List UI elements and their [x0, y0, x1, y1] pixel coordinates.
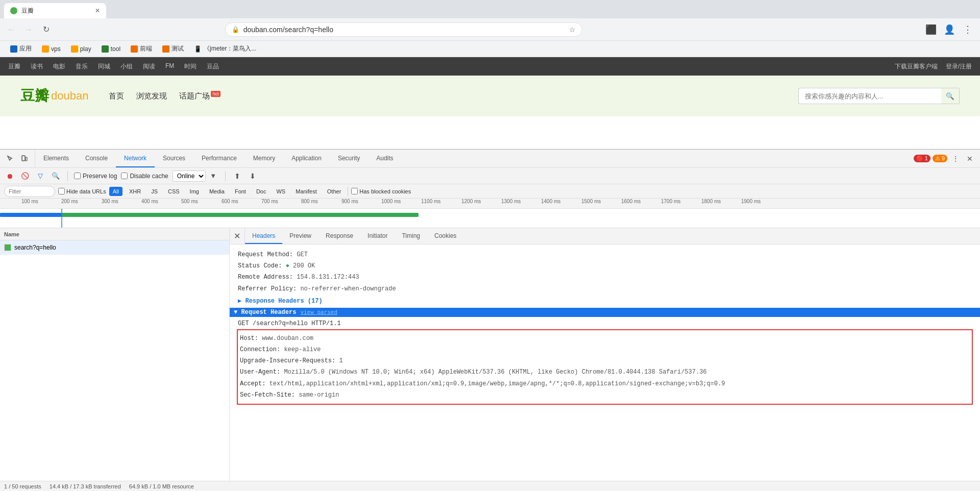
- nav-music[interactable]: 音乐: [76, 62, 88, 71]
- bookmark-icon: [131, 45, 138, 53]
- view-parsed-link[interactable]: view parsed: [300, 309, 337, 315]
- address-bar[interactable]: 🔒 douban.com/search?q=hello ☆: [225, 22, 582, 37]
- nav-download[interactable]: 下载豆瓣客户端: [895, 62, 938, 71]
- filter-css-button[interactable]: CSS: [164, 187, 183, 196]
- bookmark-test[interactable]: 测试: [158, 43, 188, 54]
- panel-tab-preview[interactable]: Preview: [282, 228, 318, 244]
- request-headers-label: ▼ Request Headers: [234, 309, 296, 316]
- tab-console[interactable]: Console: [77, 150, 116, 167]
- bookmark-jmeter[interactable]: 📱 《jmeter：菜鸟入...: [190, 43, 260, 54]
- preserve-log-input[interactable]: [74, 173, 81, 179]
- hide-data-urls-input[interactable]: [58, 188, 65, 194]
- bookmark-icon: [162, 45, 169, 53]
- hide-data-urls-checkbox[interactable]: Hide data URLs: [58, 188, 106, 194]
- header-search-input[interactable]: [798, 88, 941, 104]
- timeline-area[interactable]: 100 ms 200 ms 300 ms 400 ms 500 ms 600 m…: [0, 199, 980, 228]
- bookmark-frontend[interactable]: 前端: [127, 43, 156, 54]
- disable-cache-input[interactable]: [121, 173, 128, 179]
- inspect-element-button[interactable]: [4, 153, 16, 165]
- filter-input[interactable]: [4, 186, 55, 197]
- filter-font-button[interactable]: Font: [231, 187, 250, 196]
- tab-memory[interactable]: Memory: [245, 150, 283, 167]
- browser-tab[interactable]: 豆瓣 ✕: [4, 3, 106, 18]
- panel-close-button[interactable]: ✕: [230, 228, 245, 244]
- panel-tab-headers[interactable]: Headers: [245, 228, 282, 244]
- menu-button[interactable]: ⋮: [960, 21, 976, 38]
- filter-ws-button[interactable]: WS: [273, 187, 289, 196]
- tab-application[interactable]: Application: [283, 150, 330, 167]
- tick-1900ms: 1900 ms: [740, 199, 761, 204]
- tab-sources[interactable]: Sources: [155, 150, 193, 167]
- tick-1500ms: 1500 ms: [580, 199, 601, 204]
- clear-button[interactable]: 🚫: [19, 170, 31, 182]
- devtools-icon-group: [0, 150, 35, 167]
- filter-button[interactable]: ▽: [35, 170, 46, 182]
- panel-tab-response[interactable]: Response: [318, 228, 360, 244]
- filter-doc-button[interactable]: Doc: [253, 187, 270, 196]
- nav-city[interactable]: 同城: [98, 62, 110, 71]
- tab-security[interactable]: Security: [330, 150, 368, 167]
- filter-xhr-button[interactable]: XHR: [126, 187, 144, 196]
- nav-login[interactable]: 登录/注册: [946, 62, 972, 71]
- refresh-button[interactable]: ↻: [39, 22, 53, 37]
- extensions-button[interactable]: ⬛: [923, 21, 939, 38]
- header-search-button[interactable]: 🔍: [941, 88, 960, 104]
- nav-fm[interactable]: FM: [165, 62, 174, 71]
- tab-close-icon[interactable]: ✕: [95, 7, 100, 14]
- bookmark-play[interactable]: play: [67, 44, 95, 54]
- download-har-button[interactable]: ⬇: [247, 170, 258, 182]
- request-item-search[interactable]: search?q=hello: [0, 240, 229, 255]
- has-blocked-cookies-checkbox[interactable]: Has blocked cookies: [351, 188, 411, 194]
- bookmark-tool[interactable]: tool: [97, 44, 125, 54]
- devtools-menu-button[interactable]: ⋮: [949, 153, 962, 165]
- star-icon[interactable]: ☆: [569, 26, 576, 34]
- search-button[interactable]: 🔍: [50, 170, 61, 182]
- useragent-val: Mozilla/5.0 (Windows NT 10.0; Win64; x64…: [284, 369, 706, 376]
- nav-read[interactable]: 读书: [31, 62, 43, 71]
- header-nav-home[interactable]: 首页: [109, 91, 124, 101]
- upload-har-button[interactable]: ⬆: [232, 170, 243, 182]
- forward-button[interactable]: →: [21, 22, 36, 37]
- filter-all-button[interactable]: All: [109, 187, 122, 196]
- header-nav-discover[interactable]: 浏览发现: [136, 91, 167, 101]
- panel-tab-initiator[interactable]: Initiator: [360, 228, 395, 244]
- response-headers-toggle[interactable]: ▶ Response Headers (17): [238, 297, 972, 305]
- filter-js-button[interactable]: JS: [148, 187, 161, 196]
- filter-media-button[interactable]: Media: [206, 187, 228, 196]
- nav-reading[interactable]: 阅读: [143, 62, 155, 71]
- bookmark-apps[interactable]: 应用: [6, 43, 36, 54]
- filter-img-button[interactable]: Img: [186, 187, 203, 196]
- header-nav-topic[interactable]: 话题广场hot: [179, 91, 220, 101]
- preserve-log-checkbox[interactable]: Preserve log: [74, 173, 117, 180]
- panel-tab-cookies[interactable]: Cookies: [427, 228, 463, 244]
- device-toolbar-button[interactable]: [18, 153, 31, 165]
- throttle-select[interactable]: Online: [173, 170, 206, 182]
- nav-time[interactable]: 时间: [184, 62, 197, 71]
- nav-movie[interactable]: 电影: [53, 62, 65, 71]
- request-method-line: Request Method: GET: [238, 250, 972, 260]
- panel-tab-timing[interactable]: Timing: [395, 228, 427, 244]
- has-blocked-input[interactable]: [351, 188, 358, 194]
- tab-network[interactable]: Network: [116, 150, 155, 167]
- bookmark-vps[interactable]: vps: [38, 44, 65, 54]
- header-nav: 首页 浏览发现 话题广场hot: [109, 91, 220, 101]
- profile-button[interactable]: 👤: [941, 21, 958, 38]
- nav-doupin[interactable]: 豆品: [207, 62, 219, 71]
- douban-logo[interactable]: 豆瓣 douban: [20, 86, 88, 106]
- nav-group[interactable]: 小组: [120, 62, 133, 71]
- tab-audits[interactable]: Audits: [368, 150, 401, 167]
- tab-elements[interactable]: Elements: [35, 150, 77, 167]
- filter-other-button[interactable]: Other: [324, 187, 345, 196]
- record-button[interactable]: ⏺: [4, 170, 15, 182]
- tab-performance[interactable]: Performance: [193, 150, 245, 167]
- nav-douban[interactable]: 豆瓣: [8, 62, 20, 71]
- back-button[interactable]: ←: [4, 22, 18, 37]
- throttle-expand[interactable]: ▼: [208, 170, 219, 182]
- status-code-line: Status Code: ● 200 OK: [238, 261, 972, 271]
- devtools-close-button[interactable]: ✕: [964, 153, 976, 165]
- tab-favicon: [10, 7, 17, 14]
- bookmark-icon: [10, 45, 17, 53]
- filter-manifest-button[interactable]: Manifest: [292, 187, 321, 196]
- tick-700ms: 700 ms: [260, 199, 278, 204]
- disable-cache-checkbox[interactable]: Disable cache: [121, 173, 168, 180]
